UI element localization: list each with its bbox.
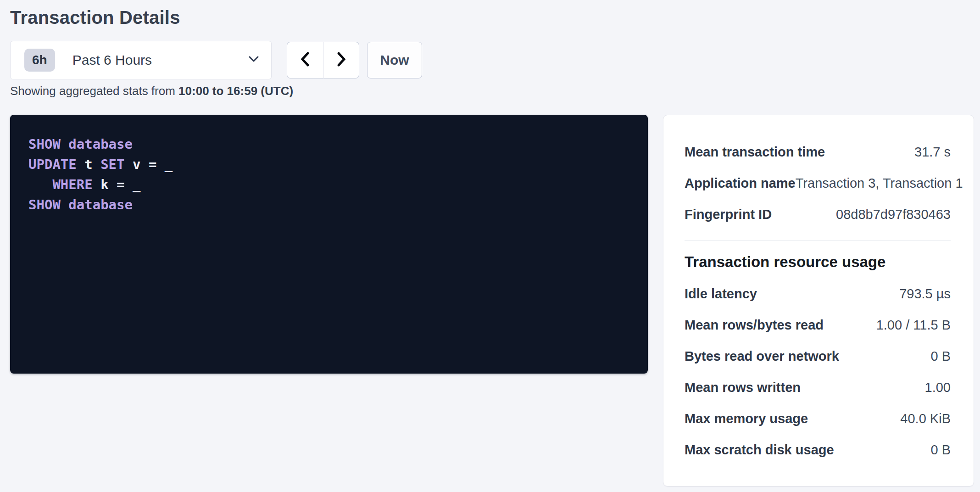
stat-value: Transaction 3, Transaction 1 — [796, 176, 963, 191]
resource-usage-section-title: Transaction resource usage — [685, 253, 951, 271]
stat-label: Idle latency — [685, 286, 757, 302]
time-controls: 6h Past 6 Hours — [10, 41, 974, 79]
stat-row-max-scratch-disk-usage: Max scratch disk usage 0 B — [685, 434, 951, 465]
stat-row-mean-rows-written: Mean rows written 1.00 — [685, 372, 951, 403]
stat-label: Bytes read over network — [685, 349, 839, 364]
stat-row-fingerprint-id: Fingerprint ID 08d8b7d97f830463 — [685, 199, 951, 230]
transaction-stats-card: Mean transaction time 31.7 s Application… — [663, 115, 974, 486]
main-content: SHOW database UPDATE t SET v = _ WHERE k… — [10, 115, 974, 486]
stat-label: Mean rows/bytes read — [685, 318, 824, 333]
stat-label: Mean rows written — [685, 380, 801, 395]
time-range-dropdown[interactable]: 6h Past 6 Hours — [10, 41, 272, 79]
stat-row-application-name: Application name Transaction 3, Transact… — [685, 168, 951, 199]
stat-value: 08d8b7d97f830463 — [836, 207, 951, 222]
stat-value: 1.00 / 11.5 B — [876, 318, 951, 333]
time-range-label: Past 6 Hours — [72, 52, 248, 68]
stat-row-idle-latency: Idle latency 793.5 µs — [685, 278, 951, 309]
stat-row-max-memory-usage: Max memory usage 40.0 KiB — [685, 403, 951, 434]
previous-interval-button[interactable] — [287, 42, 323, 78]
sql-code: SHOW database UPDATE t SET v = _ WHERE k… — [28, 134, 629, 215]
stat-row-mean-transaction-time: Mean transaction time 31.7 s — [685, 136, 951, 168]
stat-value: 793.5 µs — [899, 286, 951, 302]
page-title: Transaction Details — [10, 7, 974, 28]
stat-label: Max memory usage — [685, 411, 808, 426]
stat-row-mean-rows-bytes-read: Mean rows/bytes read 1.00 / 11.5 B — [685, 309, 951, 341]
stat-label: Application name — [685, 176, 796, 191]
card-divider — [685, 240, 951, 241]
aggregation-window-text: Showing aggregated stats from 10:00 to 1… — [10, 84, 974, 98]
stat-value: 0 B — [930, 349, 951, 364]
stat-value: 1.00 — [925, 380, 951, 395]
stat-value: 31.7 s — [914, 145, 951, 160]
now-button[interactable]: Now — [367, 42, 422, 78]
chevron-down-icon — [248, 56, 259, 65]
transaction-sql-statements: SHOW database UPDATE t SET v = _ WHERE k… — [10, 115, 648, 374]
time-range-badge: 6h — [24, 49, 55, 72]
stat-label: Mean transaction time — [685, 145, 825, 160]
next-interval-button[interactable] — [323, 42, 359, 78]
transaction-details-page: Transaction Details 6h Past 6 Hours — [0, 0, 980, 486]
stat-value: 0 B — [930, 442, 951, 458]
chevron-left-icon — [299, 51, 311, 69]
chevron-right-icon — [335, 51, 347, 69]
time-range-nav — [287, 42, 359, 78]
stat-row-bytes-read-over-network: Bytes read over network 0 B — [685, 341, 951, 372]
stat-value: 40.0 KiB — [900, 411, 951, 426]
stat-label: Max scratch disk usage — [685, 442, 834, 458]
stat-label: Fingerprint ID — [685, 207, 772, 222]
